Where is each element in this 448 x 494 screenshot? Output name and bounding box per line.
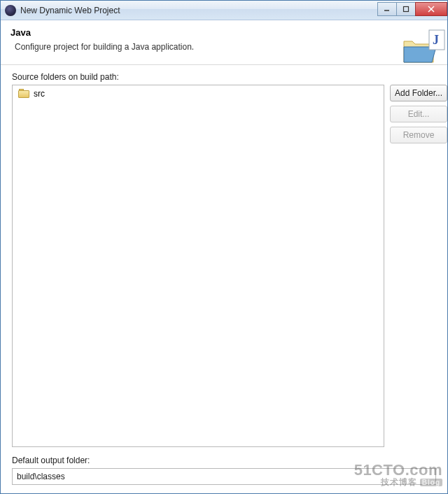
close-icon	[428, 6, 435, 13]
list-item-label: src	[34, 89, 45, 99]
wizard-banner-icon: J	[398, 26, 447, 68]
minimize-button[interactable]	[377, 2, 397, 16]
add-folder-button[interactable]: Add Folder...	[390, 85, 447, 101]
source-folders-label: Source folders on build path:	[12, 72, 447, 82]
page-title: Java	[10, 27, 438, 38]
window-title: New Dynamic Web Project	[20, 6, 378, 15]
maximize-button[interactable]	[396, 2, 416, 16]
output-folder-label: Default output folder:	[12, 456, 436, 465]
eclipse-icon	[5, 5, 16, 16]
svg-rect-1	[404, 6, 409, 11]
dialog-window: New Dynamic Web Project Java Configure p…	[0, 0, 448, 494]
remove-button: Remove	[390, 127, 447, 143]
edit-button: Edit...	[390, 106, 447, 122]
source-folders-list[interactable]: src	[12, 85, 384, 447]
wizard-header: Java Configure project for building a Ja…	[1, 20, 447, 65]
package-folder-icon	[18, 90, 29, 98]
window-controls	[378, 2, 447, 16]
titlebar[interactable]: New Dynamic Web Project	[1, 1, 447, 20]
close-button[interactable]	[415, 2, 447, 16]
list-item[interactable]: src	[15, 88, 381, 99]
minimize-icon	[384, 6, 391, 13]
maximize-icon	[402, 6, 410, 13]
output-folder-input[interactable]	[12, 468, 436, 485]
content-area: Source folders on build path: src Add Fo…	[1, 65, 447, 493]
svg-text:J: J	[433, 33, 439, 47]
page-description: Configure project for building a Java ap…	[10, 42, 438, 52]
